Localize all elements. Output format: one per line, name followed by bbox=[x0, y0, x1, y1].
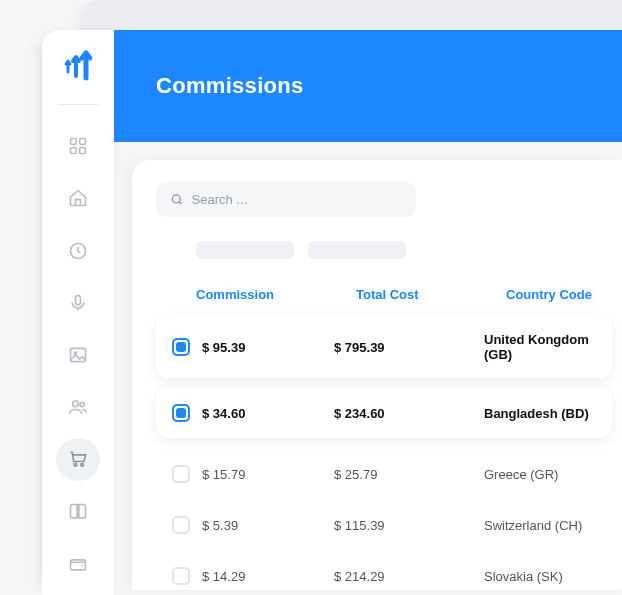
cell-country: United Kongdom (GB) bbox=[484, 332, 612, 362]
table-row[interactable]: $ 34.60 $ 234.60 Bangladesh (BD) bbox=[156, 388, 612, 438]
home-icon bbox=[68, 188, 88, 208]
svg-point-10 bbox=[74, 464, 77, 467]
skeleton-block bbox=[196, 241, 294, 259]
cell-country: Switzerland (CH) bbox=[484, 518, 622, 533]
cell-total-cost: $ 795.39 bbox=[334, 340, 484, 355]
clock-icon bbox=[68, 241, 88, 261]
app-logo bbox=[61, 48, 95, 86]
cell-country: Slovakia (SK) bbox=[484, 569, 622, 584]
svg-rect-5 bbox=[76, 295, 81, 304]
nav-home[interactable] bbox=[56, 177, 100, 219]
search-input[interactable] bbox=[192, 192, 402, 207]
svg-rect-12 bbox=[71, 560, 86, 570]
wallet-icon bbox=[68, 554, 88, 574]
sidebar bbox=[42, 30, 114, 595]
toolbar bbox=[156, 182, 622, 217]
cell-commission: $ 95.39 bbox=[202, 340, 334, 355]
filter-placeholders bbox=[196, 241, 622, 259]
cell-commission: $ 14.29 bbox=[202, 569, 334, 584]
row-checkbox[interactable] bbox=[172, 404, 190, 422]
image-icon bbox=[68, 345, 88, 365]
page-header: Commissions bbox=[114, 30, 622, 142]
table-row[interactable]: $ 5.39 $ 115.39 Switzerland (CH) bbox=[156, 499, 622, 550]
svg-rect-3 bbox=[80, 148, 86, 154]
svg-rect-2 bbox=[71, 148, 77, 154]
users-icon bbox=[68, 397, 88, 417]
svg-rect-6 bbox=[71, 348, 86, 361]
row-checkbox[interactable] bbox=[172, 516, 190, 534]
column-commission[interactable]: Commission bbox=[196, 287, 356, 302]
skeleton-block bbox=[308, 241, 406, 259]
row-checkbox[interactable] bbox=[172, 567, 190, 585]
nav-users[interactable] bbox=[56, 386, 100, 428]
svg-point-11 bbox=[81, 464, 84, 467]
nav-mic[interactable] bbox=[56, 282, 100, 324]
mic-icon bbox=[68, 293, 88, 313]
nav-cart[interactable] bbox=[56, 438, 100, 480]
sidebar-divider bbox=[58, 104, 98, 105]
nav-docs[interactable] bbox=[56, 491, 100, 533]
table-row[interactable]: $ 14.29 $ 214.29 Slovakia (SK) bbox=[156, 550, 622, 595]
nav-dashboard[interactable] bbox=[56, 125, 100, 167]
svg-point-9 bbox=[80, 403, 84, 407]
nav-media[interactable] bbox=[56, 334, 100, 376]
data-panel: Commission Total Cost Country Code $ 95.… bbox=[132, 160, 622, 590]
svg-point-8 bbox=[73, 401, 79, 407]
grid-icon bbox=[68, 136, 88, 156]
cell-commission: $ 5.39 bbox=[202, 518, 334, 533]
row-checkbox[interactable] bbox=[172, 465, 190, 483]
cell-total-cost: $ 115.39 bbox=[334, 518, 484, 533]
svg-rect-1 bbox=[80, 139, 86, 145]
search-icon bbox=[170, 192, 184, 207]
cell-country: Bangladesh (BD) bbox=[484, 406, 612, 421]
cell-country: Greece (GR) bbox=[484, 467, 622, 482]
column-country-code[interactable]: Country Code bbox=[506, 287, 622, 302]
column-total-cost[interactable]: Total Cost bbox=[356, 287, 506, 302]
nav-history[interactable] bbox=[56, 229, 100, 271]
table-row[interactable]: $ 15.79 $ 25.79 Greece (GR) bbox=[156, 448, 622, 499]
table-row[interactable]: $ 95.39 $ 795.39 United Kongdom (GB) bbox=[156, 316, 612, 378]
svg-point-13 bbox=[172, 195, 180, 203]
nav-wallet[interactable] bbox=[56, 543, 100, 585]
cell-total-cost: $ 25.79 bbox=[334, 467, 484, 482]
cell-total-cost: $ 234.60 bbox=[334, 406, 484, 421]
table-header: Commission Total Cost Country Code bbox=[156, 277, 622, 316]
row-checkbox[interactable] bbox=[172, 338, 190, 356]
cell-total-cost: $ 214.29 bbox=[334, 569, 484, 584]
book-icon bbox=[68, 502, 88, 522]
svg-rect-0 bbox=[71, 139, 77, 145]
cell-commission: $ 15.79 bbox=[202, 467, 334, 482]
cart-icon bbox=[68, 449, 88, 469]
page-title: Commissions bbox=[156, 73, 304, 99]
search-box[interactable] bbox=[156, 182, 416, 217]
main-content: Commissions Commission Total Cost Countr… bbox=[114, 30, 622, 595]
cell-commission: $ 34.60 bbox=[202, 406, 334, 421]
